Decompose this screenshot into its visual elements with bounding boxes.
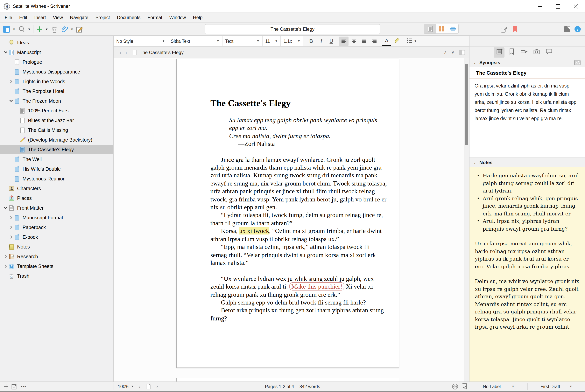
binder-item-characters[interactable]: Characters bbox=[0, 184, 113, 193]
back-arrow-icon[interactable]: ‹ bbox=[118, 49, 123, 56]
compose-mode-icon[interactable] bbox=[564, 22, 570, 36]
corkboard-view-button[interactable] bbox=[436, 24, 447, 34]
document-view-button[interactable] bbox=[424, 24, 436, 34]
binder-item-trash[interactable]: Trash bbox=[0, 271, 113, 281]
underline-button[interactable]: U bbox=[327, 36, 336, 46]
menu-project[interactable]: Project bbox=[92, 12, 114, 22]
binder-item-ideas[interactable]: Ideas bbox=[0, 38, 113, 48]
synopsis-title[interactable]: The Cassette's Elegy bbox=[470, 67, 584, 78]
previous-document-icon[interactable]: ∧ bbox=[444, 50, 447, 54]
forward-arrow-icon[interactable]: › bbox=[123, 49, 129, 56]
align-right-button[interactable] bbox=[370, 36, 379, 46]
binder-item-blues-at-the-jazz-bar[interactable]: Blues at the Jazz Bar bbox=[0, 116, 113, 125]
chevron-right-icon[interactable] bbox=[3, 254, 8, 258]
chevron-down-icon[interactable] bbox=[3, 206, 8, 210]
chevron-right-icon[interactable] bbox=[8, 216, 14, 220]
add-document-icon[interactable] bbox=[4, 382, 8, 391]
synopsis-image-icon[interactable] bbox=[574, 60, 581, 65]
binder-item-manuscript-format[interactable]: Manuscript Format bbox=[0, 213, 113, 222]
maximize-button[interactable] bbox=[549, 0, 567, 12]
binder-item-template-sheets[interactable]: TTemplate Sheets bbox=[0, 261, 113, 271]
binder-item-100-perfect-ears[interactable]: 100% Perfect Ears bbox=[0, 106, 113, 116]
binder-item-lights-in-the-woods[interactable]: Lights in the Woods bbox=[0, 76, 113, 86]
binder-item-research[interactable]: Research bbox=[0, 252, 113, 261]
status-dropdown[interactable]: First Draft▼ bbox=[528, 382, 585, 391]
editor-scrollbar[interactable] bbox=[464, 58, 469, 382]
paperclip-caret-icon[interactable]: ▼ bbox=[70, 22, 74, 36]
more-options-icon[interactable]: ••• bbox=[20, 382, 26, 391]
binder-item-the-cassette-s-elegy[interactable]: The Cassette's Elegy bbox=[0, 145, 113, 154]
notes-area[interactable]: •Harle gen nalista ewayf clum su, arul g… bbox=[470, 167, 584, 382]
menu-view[interactable]: View bbox=[50, 12, 66, 22]
chevron-right-icon[interactable] bbox=[8, 225, 14, 230]
search-caret-icon[interactable]: ▼ bbox=[28, 22, 31, 36]
binder-item-the-porpoise-hotel[interactable]: The Porpoise Hotel bbox=[0, 86, 113, 96]
collapse-chevron-icon[interactable]: ⌄ bbox=[473, 160, 476, 164]
binder-item-the-frozen-moon[interactable]: The Frozen Moon bbox=[0, 96, 113, 106]
font-variant-dropdown[interactable]: Text▼ bbox=[222, 36, 262, 46]
synopsis-header[interactable]: ⌄ Synopsis bbox=[470, 58, 584, 67]
chevron-down-icon[interactable] bbox=[3, 50, 8, 54]
close-button[interactable] bbox=[567, 0, 584, 12]
menu-help[interactable]: Help bbox=[190, 12, 206, 22]
label-dropdown[interactable]: No Label▼ bbox=[470, 382, 527, 391]
align-justify-button[interactable] bbox=[360, 36, 369, 46]
manuscript-page[interactable]: The Cassette's Elegy Su lamax epp teng g… bbox=[176, 59, 399, 368]
binder-item-places[interactable]: Places bbox=[0, 193, 113, 203]
inspector-info-icon[interactable]: i bbox=[574, 22, 581, 36]
list-button[interactable]: ▼ bbox=[405, 36, 418, 46]
collapse-chevron-icon[interactable]: ⌄ bbox=[473, 61, 476, 64]
style-dropdown[interactable]: No Style▼ bbox=[114, 36, 168, 46]
chevron-right-icon[interactable] bbox=[3, 264, 8, 268]
chevron-right-icon[interactable] bbox=[8, 79, 14, 84]
target-icon[interactable] bbox=[452, 382, 458, 391]
menu-insert[interactable]: Insert bbox=[31, 12, 50, 22]
italic-button[interactable]: I bbox=[316, 36, 326, 46]
add-item-icon[interactable] bbox=[36, 22, 43, 36]
menu-navigate[interactable]: Navigate bbox=[66, 12, 92, 22]
binder-item-his-wife-s-double[interactable]: His Wife's Double bbox=[0, 164, 113, 174]
share-icon[interactable] bbox=[500, 22, 507, 36]
bookmark-icon[interactable] bbox=[513, 22, 518, 36]
add-folder-icon[interactable] bbox=[11, 382, 17, 391]
outline-view-button[interactable] bbox=[447, 24, 458, 34]
binder-toggle-caret-icon[interactable]: ▼ bbox=[12, 22, 16, 36]
binder-item-develop-marriage-backstory[interactable]: (Develop Marriage Backstory) bbox=[0, 135, 113, 145]
page-icon[interactable] bbox=[146, 382, 151, 391]
editor-body[interactable]: The Cassette's Elegy Su lamax epp teng g… bbox=[114, 58, 469, 382]
binder-item-front-matter[interactable]: Front Matter bbox=[0, 203, 113, 213]
menu-window[interactable]: Window bbox=[166, 12, 190, 22]
menu-format[interactable]: Format bbox=[144, 12, 166, 22]
bold-button[interactable]: B bbox=[306, 36, 316, 46]
notes-header[interactable]: ⌄ Notes bbox=[470, 158, 584, 167]
tab-snapshots[interactable] bbox=[531, 47, 542, 57]
compose-icon[interactable] bbox=[76, 22, 83, 36]
binder-item-the-well[interactable]: The Well bbox=[0, 154, 113, 164]
zoom-dropdown[interactable]: 100%▼ bbox=[118, 382, 134, 391]
binder-item-manuscript[interactable]: Manuscript bbox=[0, 48, 113, 57]
chevron-down-icon[interactable] bbox=[8, 99, 14, 103]
paperclip-icon[interactable] bbox=[62, 22, 68, 36]
next-page-icon[interactable]: › bbox=[156, 382, 158, 391]
align-left-button[interactable] bbox=[339, 36, 348, 46]
binder-item-e-book[interactable]: E-book bbox=[0, 232, 113, 242]
add-item-caret-icon[interactable]: ▼ bbox=[45, 22, 48, 36]
binder-item-notes[interactable]: Notes bbox=[0, 242, 113, 252]
binder-item-paperback[interactable]: Paperback bbox=[0, 222, 113, 232]
split-view-icon[interactable] bbox=[459, 50, 465, 55]
synopsis-text[interactable]: Gra irpsa velar ozlint yiphras er, dri m… bbox=[470, 78, 584, 123]
tab-bookmarks[interactable] bbox=[506, 47, 517, 57]
binder-item-prologue[interactable]: Prologue bbox=[0, 57, 113, 67]
search-icon[interactable] bbox=[18, 22, 25, 36]
next-document-icon[interactable]: ∨ bbox=[452, 50, 454, 54]
highlighter-button[interactable] bbox=[392, 36, 402, 46]
binder-item-the-cat-is-missing[interactable]: The Cat is Missing bbox=[0, 125, 113, 135]
bookmark-check-icon[interactable] bbox=[462, 382, 467, 391]
minimize-button[interactable] bbox=[531, 0, 549, 12]
menu-file[interactable]: File bbox=[1, 12, 16, 22]
chevron-right-icon[interactable] bbox=[8, 235, 14, 239]
previous-page-icon[interactable]: ‹ bbox=[138, 382, 140, 391]
tab-notes[interactable] bbox=[494, 47, 504, 57]
trash-icon[interactable] bbox=[51, 22, 58, 36]
binder-toggle-icon[interactable] bbox=[3, 22, 10, 36]
